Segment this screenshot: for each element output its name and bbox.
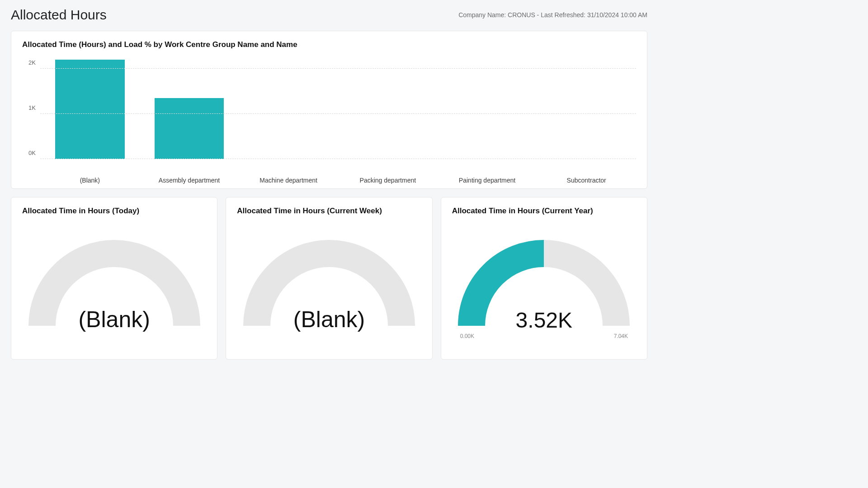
page-title: Allocated Hours [11,7,107,23]
bar-slot [140,56,239,159]
grid-line [40,159,636,159]
bar-chart-yaxis: 0K1K2K [22,56,40,160]
bar[interactable] [55,60,125,159]
x-label: Machine department [239,177,338,184]
gauge-week: (Blank) [237,222,421,348]
gauge-value-today: (Blank) [22,306,206,333]
gauge-year: 3.52K 0.00K 7.04K [452,222,636,348]
gauge-max-year: 7.04K [614,333,628,339]
bar-chart-area [40,56,636,160]
x-label: Assembly department [140,177,239,184]
bar-chart-plot: 0K1K2K [22,56,636,173]
y-tick: 2K [28,59,36,66]
gauge-title-today: Allocated Time in Hours (Today) [22,206,206,216]
refresh-info: Company Name: CRONUS - Last Refreshed: 3… [458,11,647,19]
bar-slot [40,56,140,159]
dashboard-page: Allocated Hours Company Name: CRONUS - L… [0,0,658,367]
y-tick: 1K [28,104,36,111]
x-label: (Blank) [40,177,140,184]
gauge-value-week: (Blank) [237,306,421,333]
bar-chart-card[interactable]: Allocated Time (Hours) and Load % by Wor… [11,31,647,189]
x-label: Painting department [438,177,537,184]
x-label: Subcontractor [537,177,636,184]
gauge-card-week[interactable]: Allocated Time in Hours (Current Week) (… [226,197,432,360]
bar-slot [537,56,636,159]
gauge-title-year: Allocated Time in Hours (Current Year) [452,206,636,216]
page-header: Allocated Hours Company Name: CRONUS - L… [11,7,647,23]
grid-line [40,113,636,114]
bar-slot [338,56,438,159]
x-label: Packing department [338,177,438,184]
gauge-today: (Blank) [22,222,206,348]
gauge-card-today[interactable]: Allocated Time in Hours (Today) (Blank) [11,197,217,360]
gauge-title-week: Allocated Time in Hours (Current Week) [237,206,421,216]
gauge-value-year: 3.52K [452,308,636,333]
bar-chart-title: Allocated Time (Hours) and Load % by Wor… [22,40,636,49]
gauge-min-year: 0.00K [460,333,474,339]
y-tick: 0K [28,150,36,156]
bar-chart-xaxis: (Blank)Assembly departmentMachine depart… [40,177,636,184]
grid-line [40,68,636,69]
bar-slot [239,56,338,159]
gauge-row: Allocated Time in Hours (Today) (Blank) … [11,197,647,360]
gauge-card-year[interactable]: Allocated Time in Hours (Current Year) 3… [441,197,647,360]
bar[interactable] [155,98,224,159]
bar-chart-bars [40,56,636,159]
bar-slot [438,56,537,159]
